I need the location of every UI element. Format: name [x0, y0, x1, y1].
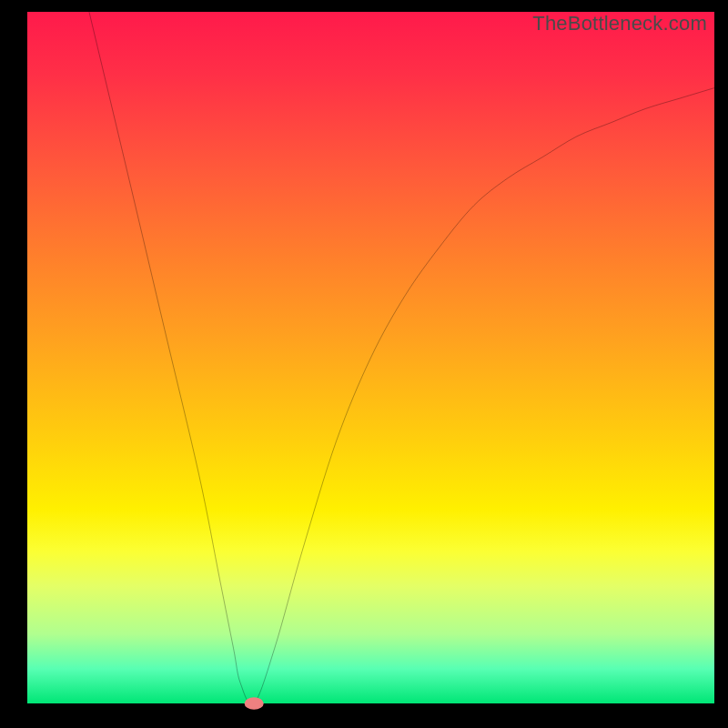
chart-frame: TheBottleneck.com [0, 0, 728, 728]
curve-path [89, 12, 714, 704]
chart-plot-area: TheBottleneck.com [27, 12, 714, 703]
minimum-marker [245, 697, 264, 710]
bottleneck-curve [27, 12, 714, 703]
